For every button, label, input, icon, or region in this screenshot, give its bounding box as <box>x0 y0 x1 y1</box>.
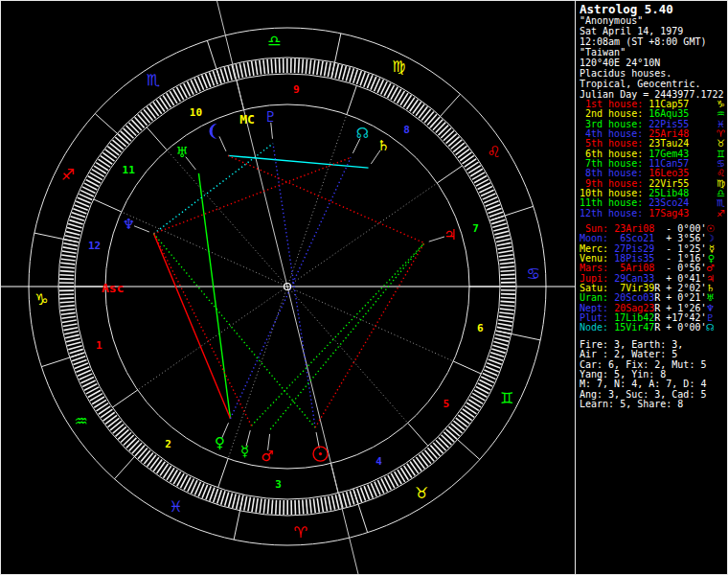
planet-velocity: + 1°26' <box>660 303 706 313</box>
house-number-3: 3 <box>275 478 282 491</box>
cancer-icon: ♋ <box>526 264 539 283</box>
house-position: 25Ari48 <box>648 128 689 139</box>
aspect-moon-jupiter <box>228 155 424 242</box>
zodiac-system: Tropical, Geocentric. <box>580 79 728 89</box>
house-position: 17Gem43 <box>648 149 689 159</box>
house-label: 7th house: <box>580 158 648 169</box>
house-sign-icon: ♉ <box>717 138 725 149</box>
chart-coordinates: 120°40E 24°10N <box>580 58 728 68</box>
element-stats: Fire: 3, Earth: 3, Air : 2, Water: 5 Car… <box>580 340 728 409</box>
planet-label: Mars: <box>580 263 614 273</box>
planet-label: Merc: <box>580 243 614 254</box>
planet-icon: ☽ <box>706 233 715 243</box>
house-number-12: 12 <box>88 240 101 252</box>
planet-velocity: + 0°00' <box>660 322 706 333</box>
chart-name: "Anonymous" <box>580 15 728 26</box>
house-label: 6th house: <box>580 149 648 159</box>
scorpio-icon: ♏ <box>147 71 160 89</box>
house-number-2: 2 <box>165 438 171 450</box>
house-position: 23Sco24 <box>648 197 689 208</box>
planet-position: 18Pis35 <box>614 253 654 264</box>
saturn-icon: ♄ <box>377 137 390 154</box>
asc-label: Asc <box>102 281 124 295</box>
leo-icon: ♌ <box>487 143 500 161</box>
planet-position: 17Lib42 <box>614 312 654 323</box>
capricorn-icon: ♑ <box>34 290 48 309</box>
planet-label: Plut: <box>580 312 614 323</box>
app-title: Astrolog 5.40 <box>580 3 728 15</box>
house-number-9: 9 <box>293 83 300 96</box>
house-sign-icon: ♌ <box>717 168 725 178</box>
house-position: 16Aqu35 <box>648 108 689 119</box>
chart-wheel: ☿♀♂♃♄♅♆♇☊123456789101112♈♉♊♋♌♍♎♏♐♑♒♓AscM… <box>0 0 575 575</box>
house-label: 4th house: <box>580 128 648 139</box>
planet-position: 20Sag23 <box>614 303 654 313</box>
planet-velocity: - 1°25' <box>660 243 706 254</box>
astrolog-window: ☿♀♂♃♄♅♆♇☊123456789101112♈♉♊♋♌♍♎♏♐♑♒♓AscM… <box>0 0 728 575</box>
aspect-mercury-jupiter <box>252 243 424 426</box>
sagittarius-icon: ♐ <box>61 166 75 184</box>
pisces-icon: ♓ <box>169 497 182 516</box>
planet-row-Node: Node: 15Vir47R + 0°00'☊ <box>580 323 728 333</box>
house-label: 9th house: <box>580 178 648 189</box>
node-icon: ☊ <box>356 125 369 142</box>
house-label: 12th house: <box>580 208 648 218</box>
house-sign-icon: ♋ <box>717 158 725 169</box>
house-label: 1st house: <box>580 99 648 109</box>
house-number-8: 8 <box>403 124 410 136</box>
venus-icon: ♀ <box>215 434 225 451</box>
planet-position: 23Ari08 <box>614 223 654 234</box>
planet-velocity: + 2°02' <box>660 283 706 293</box>
mc-ic-axis <box>210 0 366 575</box>
house-label: 5th house: <box>580 138 648 149</box>
house-system: Placidus houses. <box>580 68 728 79</box>
house-position: 11Cap57 <box>648 99 689 109</box>
house-sign-icon: ♒ <box>717 108 725 119</box>
planet-icon: ☿ <box>709 243 715 254</box>
pointer-sun <box>316 432 319 448</box>
birth-info: Astrolog 5.40 "Anonymous" Sat April 14, … <box>580 3 728 100</box>
planet-icon: ☊ <box>706 322 715 333</box>
pointer-moon <box>219 136 226 150</box>
info-panel: Astrolog 5.40 "Anonymous" Sat April 14, … <box>575 0 728 575</box>
planet-icon: ♆ <box>706 303 715 313</box>
planet-velocity: + 3°56' <box>660 233 706 243</box>
planet-label: Sun: <box>580 223 614 234</box>
neptune-icon: ♆ <box>123 216 135 233</box>
house-label: 3rd house: <box>580 119 648 129</box>
planet-label: Moon: <box>580 233 614 243</box>
houses-table: 1st house: 11Cap57♑ 2nd house: 16Aqu35♒ … <box>580 100 728 218</box>
planet-label: Nept: <box>580 303 614 313</box>
house-position: 22Vir55 <box>648 178 689 189</box>
planet-position: 29Can33 <box>614 273 654 284</box>
planet-icon: ♄ <box>706 283 715 293</box>
house-sign-icon: ♏ <box>717 197 725 208</box>
libra-icon: ♎ <box>267 32 281 50</box>
planet-velocity: + 0°21' <box>660 292 706 303</box>
house-sign-icon: ♈ <box>717 128 725 139</box>
planet-position: 7Vir39 <box>614 283 654 293</box>
house-position: 23Tau24 <box>648 138 689 149</box>
aspect-mercury-neptune <box>154 234 252 426</box>
planet-icon: ☉ <box>706 223 715 234</box>
house-number-1: 1 <box>96 339 102 352</box>
planet-icon: ♇ <box>706 312 715 323</box>
planet-label: Jupi: <box>580 273 614 284</box>
house-sign-icon: ♑ <box>717 99 725 109</box>
house-number-6: 6 <box>477 322 484 334</box>
planet-velocity: + 0°41' <box>660 273 706 284</box>
chart-place: "Taiwan" <box>580 47 728 58</box>
house-sign-icon: ♓ <box>717 119 725 129</box>
house-label: 8th house: <box>580 168 648 178</box>
planet-velocity: - 1°16' <box>660 253 706 264</box>
house-sign-icon: ♍ <box>717 178 725 189</box>
jupiter-icon: ♃ <box>444 226 456 243</box>
mars-icon: ♂ <box>261 448 273 465</box>
aspect-mars-jupiter <box>270 243 424 429</box>
planet-position: 20Sco03 <box>614 292 654 303</box>
planet-position: 27Pis29 <box>614 243 654 254</box>
planet-position: 15Vir47 <box>614 322 654 333</box>
aspect-neptune-pluto <box>154 144 273 234</box>
planet-label: Node: <box>580 322 614 333</box>
planet-velocity: +17°42' <box>660 312 706 323</box>
